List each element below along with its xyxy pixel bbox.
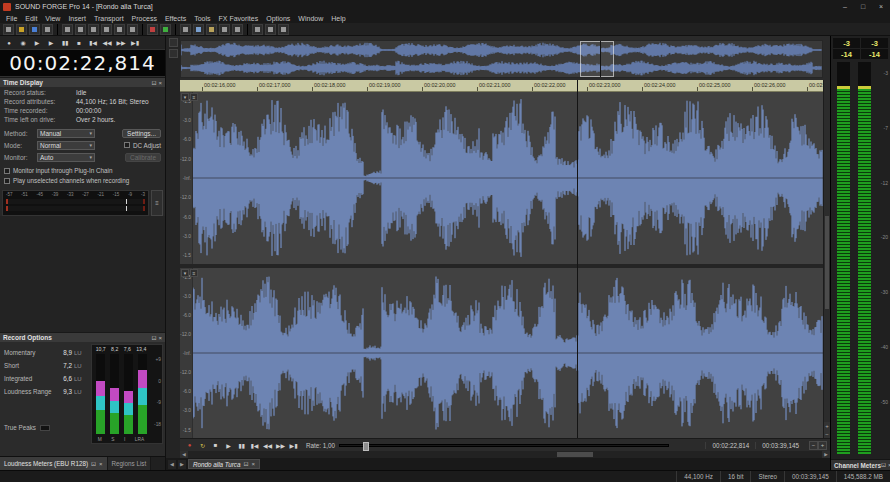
pencil-tool-icon[interactable] [206, 24, 217, 35]
channel-left[interactable]: -1.5-3.0-6.0-12.0-Inf.-12.0-6.0-3.0-1.5 … [180, 92, 823, 264]
paste-icon[interactable] [88, 24, 99, 35]
ch2-wave[interactable] [193, 268, 823, 438]
go-to-end-button[interactable]: ▶▮ [128, 37, 142, 48]
dc-adjust-checkbox[interactable] [124, 142, 130, 148]
vertical-scrollbar-thumb[interactable] [825, 216, 829, 309]
forward-button[interactable]: ▶▶ [274, 440, 287, 451]
pause-button[interactable]: ▮▮ [58, 37, 72, 48]
channel-right[interactable]: -1.5-3.0-6.0-12.0-Inf.-12.0-6.0-3.0-1.5 … [180, 268, 823, 438]
help-icon[interactable] [278, 24, 289, 35]
calibrate-button[interactable]: Calibrate [125, 153, 161, 162]
time-display-panel-header[interactable]: Time Display ⊡× [0, 77, 165, 87]
menu-process[interactable]: Process [128, 15, 161, 22]
play-button[interactable]: ▶ [44, 37, 58, 48]
menu-transport[interactable]: Transport [90, 15, 128, 22]
menu-insert[interactable]: Insert [64, 15, 90, 22]
save-icon[interactable] [29, 24, 40, 35]
document-tab[interactable]: Rondo alla Turca ⊡ × [188, 459, 260, 469]
timeline-ruler[interactable]: 00:02:16,00000:02:17,00000:02:18,00000:0… [180, 80, 823, 92]
crossfade-icon[interactable] [265, 24, 276, 35]
overview-bar[interactable] [180, 40, 823, 78]
rewind-button[interactable]: ◀◀ [261, 440, 274, 451]
record-icon[interactable] [147, 24, 158, 35]
menu-file[interactable]: File [2, 15, 21, 22]
channel-tools-icon[interactable]: ≡ [190, 269, 198, 277]
envelope-tool-icon[interactable] [219, 24, 230, 35]
rewind-button[interactable]: ◀◀ [100, 37, 114, 48]
ch1-wave[interactable] [193, 92, 823, 264]
tab-scroll-left-icon[interactable]: ◀ [168, 460, 176, 469]
pin-icon[interactable]: ⊡ [91, 461, 96, 467]
rate-slider-thumb[interactable] [363, 442, 369, 451]
pin-icon[interactable]: ⊡ [151, 335, 156, 341]
redo-icon[interactable] [127, 24, 138, 35]
channel-menu-icon[interactable]: ▾ [181, 269, 189, 277]
go-to-end-button[interactable]: ▶▮ [287, 440, 300, 451]
menu-edit[interactable]: Edit [21, 15, 41, 22]
event-tool-icon[interactable] [232, 24, 243, 35]
render-as-icon[interactable] [42, 24, 53, 35]
close-panel-icon[interactable]: × [158, 80, 162, 86]
trim-icon[interactable] [101, 24, 112, 35]
close-panel-icon[interactable]: × [158, 335, 162, 341]
go-to-start-button[interactable]: ▮◀ [86, 37, 100, 48]
playhead-cursor[interactable] [577, 80, 578, 438]
tab-loudness-meters[interactable]: Loudness Meters (EBU R128) ⊡ × [0, 457, 108, 470]
pin-icon[interactable]: ⊡ [244, 461, 249, 467]
forward-button[interactable]: ▶▶ [114, 37, 128, 48]
monitor-chain-row[interactable]: Monitor input through Plug-In Chain [0, 166, 165, 175]
edit-tool-icon[interactable] [180, 24, 191, 35]
menu-window[interactable]: Window [294, 15, 327, 22]
menu-tools[interactable]: Tools [190, 15, 214, 22]
copy-icon[interactable] [75, 24, 86, 35]
go-to-start-button[interactable]: ▮◀ [248, 440, 261, 451]
play-unselected-checkbox[interactable] [4, 178, 10, 184]
collapse-panel-icon[interactable] [169, 38, 178, 47]
record-meter-menu-icon[interactable]: ≡ [151, 190, 163, 216]
rate-slider[interactable] [339, 444, 669, 447]
minimize-button[interactable]: – [836, 0, 854, 13]
open-icon[interactable] [16, 24, 27, 35]
close-tab-icon[interactable]: × [99, 461, 103, 467]
menu-options[interactable]: Options [262, 15, 294, 22]
maximize-button[interactable]: □ [854, 0, 872, 13]
zoom-in-icon[interactable]: + [818, 441, 827, 450]
play-unselected-row[interactable]: Play unselected channels when recording [0, 176, 165, 185]
horizontal-scrollbar-thumb[interactable] [557, 452, 593, 457]
menu-effects[interactable]: Effects [161, 15, 190, 22]
scroll-left-icon[interactable]: ◀ [180, 451, 188, 458]
loop-playback-button[interactable]: ↻ [196, 440, 209, 451]
settings-button[interactable]: Settings... [122, 129, 161, 138]
cut-icon[interactable] [62, 24, 73, 35]
pause-button[interactable]: ▮▮ [235, 440, 248, 451]
loop-playback-button[interactable]: ◉ [16, 37, 30, 48]
close-tab-icon[interactable]: × [252, 461, 256, 467]
dock-panel-icon[interactable] [169, 49, 178, 58]
menu-help[interactable]: Help [327, 15, 349, 22]
play-all-button[interactable]: ▶ [30, 37, 44, 48]
channel-menu-icon[interactable]: ▾ [181, 93, 189, 101]
snap-icon[interactable] [252, 24, 263, 35]
stop-button[interactable]: ■ [209, 440, 222, 451]
record-options-panel-header[interactable]: Record Options ⊡× [0, 332, 165, 342]
undo-icon[interactable] [114, 24, 125, 35]
stop-button[interactable]: ■ [72, 37, 86, 48]
menu-fx-favorites[interactable]: FX Favorites [215, 15, 263, 22]
overview-view-window[interactable] [580, 41, 614, 77]
zoom-out-icon[interactable]: − [809, 441, 818, 450]
horizontal-scrollbar[interactable]: ◀ ▶ [180, 451, 830, 458]
play-button[interactable]: ▶ [222, 440, 235, 451]
channel-meters-header[interactable]: Channel Meters ⊡× [831, 459, 890, 470]
tab-regions-list[interactable]: Regions List [108, 457, 152, 470]
channel-tools-icon[interactable]: ≡ [190, 93, 198, 101]
tab-scroll-right-icon[interactable]: ▶ [178, 460, 186, 469]
pin-icon[interactable]: ⊡ [881, 462, 886, 468]
record-button[interactable]: ● [2, 37, 16, 48]
vertical-scrollbar[interactable]: + − [823, 80, 830, 438]
magnify-tool-icon[interactable] [193, 24, 204, 35]
new-file-icon[interactable] [3, 24, 14, 35]
pin-icon[interactable]: ⊡ [151, 80, 156, 86]
monitor-select[interactable]: Auto ▾ [37, 153, 95, 162]
record-level-meter[interactable]: -57-51-45-39-33-27-21-15-9-3 [2, 190, 149, 216]
play-device-icon[interactable] [160, 24, 171, 35]
